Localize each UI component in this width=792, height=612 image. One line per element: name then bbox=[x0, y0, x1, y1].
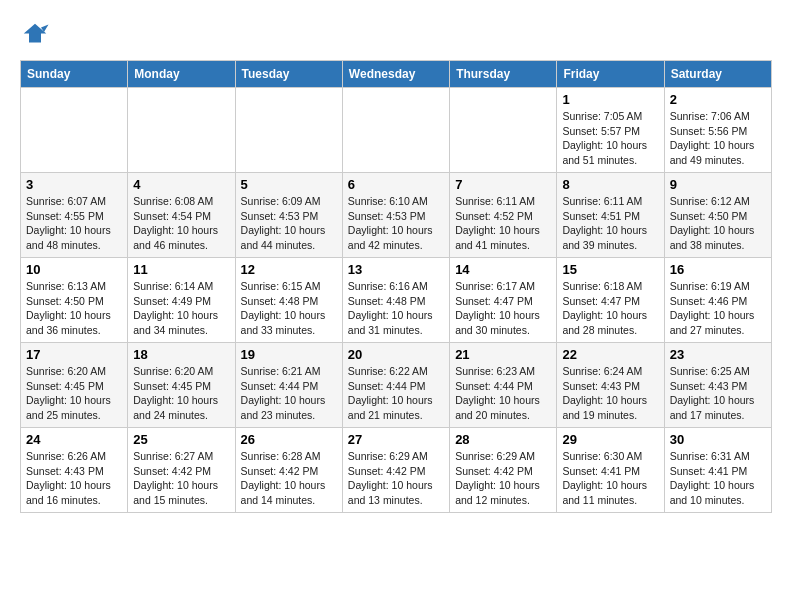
day-info: Sunrise: 6:25 AM Sunset: 4:43 PM Dayligh… bbox=[670, 364, 766, 423]
calendar-cell bbox=[450, 88, 557, 173]
weekday-header: Saturday bbox=[664, 61, 771, 88]
day-info: Sunrise: 6:11 AM Sunset: 4:51 PM Dayligh… bbox=[562, 194, 658, 253]
day-info: Sunrise: 6:10 AM Sunset: 4:53 PM Dayligh… bbox=[348, 194, 444, 253]
weekday-header: Friday bbox=[557, 61, 664, 88]
calendar-header-row: SundayMondayTuesdayWednesdayThursdayFrid… bbox=[21, 61, 772, 88]
calendar-cell: 6Sunrise: 6:10 AM Sunset: 4:53 PM Daylig… bbox=[342, 173, 449, 258]
calendar-cell: 10Sunrise: 6:13 AM Sunset: 4:50 PM Dayli… bbox=[21, 258, 128, 343]
day-info: Sunrise: 6:31 AM Sunset: 4:41 PM Dayligh… bbox=[670, 449, 766, 508]
day-info: Sunrise: 6:29 AM Sunset: 4:42 PM Dayligh… bbox=[455, 449, 551, 508]
day-number: 9 bbox=[670, 177, 766, 192]
calendar-cell: 15Sunrise: 6:18 AM Sunset: 4:47 PM Dayli… bbox=[557, 258, 664, 343]
day-number: 13 bbox=[348, 262, 444, 277]
calendar-cell: 16Sunrise: 6:19 AM Sunset: 4:46 PM Dayli… bbox=[664, 258, 771, 343]
day-info: Sunrise: 6:22 AM Sunset: 4:44 PM Dayligh… bbox=[348, 364, 444, 423]
calendar-cell: 24Sunrise: 6:26 AM Sunset: 4:43 PM Dayli… bbox=[21, 428, 128, 513]
day-info: Sunrise: 7:05 AM Sunset: 5:57 PM Dayligh… bbox=[562, 109, 658, 168]
calendar-cell: 22Sunrise: 6:24 AM Sunset: 4:43 PM Dayli… bbox=[557, 343, 664, 428]
calendar-cell: 25Sunrise: 6:27 AM Sunset: 4:42 PM Dayli… bbox=[128, 428, 235, 513]
day-info: Sunrise: 6:15 AM Sunset: 4:48 PM Dayligh… bbox=[241, 279, 337, 338]
day-info: Sunrise: 6:24 AM Sunset: 4:43 PM Dayligh… bbox=[562, 364, 658, 423]
day-info: Sunrise: 6:27 AM Sunset: 4:42 PM Dayligh… bbox=[133, 449, 229, 508]
calendar-cell: 7Sunrise: 6:11 AM Sunset: 4:52 PM Daylig… bbox=[450, 173, 557, 258]
day-info: Sunrise: 6:20 AM Sunset: 4:45 PM Dayligh… bbox=[133, 364, 229, 423]
weekday-header: Wednesday bbox=[342, 61, 449, 88]
day-number: 27 bbox=[348, 432, 444, 447]
day-info: Sunrise: 6:23 AM Sunset: 4:44 PM Dayligh… bbox=[455, 364, 551, 423]
day-number: 2 bbox=[670, 92, 766, 107]
calendar-cell: 17Sunrise: 6:20 AM Sunset: 4:45 PM Dayli… bbox=[21, 343, 128, 428]
calendar-cell bbox=[21, 88, 128, 173]
day-number: 21 bbox=[455, 347, 551, 362]
logo bbox=[20, 20, 54, 50]
calendar-cell: 5Sunrise: 6:09 AM Sunset: 4:53 PM Daylig… bbox=[235, 173, 342, 258]
day-info: Sunrise: 6:28 AM Sunset: 4:42 PM Dayligh… bbox=[241, 449, 337, 508]
calendar-cell: 14Sunrise: 6:17 AM Sunset: 4:47 PM Dayli… bbox=[450, 258, 557, 343]
day-info: Sunrise: 6:13 AM Sunset: 4:50 PM Dayligh… bbox=[26, 279, 122, 338]
calendar-week-row: 3Sunrise: 6:07 AM Sunset: 4:55 PM Daylig… bbox=[21, 173, 772, 258]
logo-icon bbox=[20, 20, 50, 50]
calendar-cell: 18Sunrise: 6:20 AM Sunset: 4:45 PM Dayli… bbox=[128, 343, 235, 428]
page-header bbox=[20, 20, 772, 50]
calendar-cell: 19Sunrise: 6:21 AM Sunset: 4:44 PM Dayli… bbox=[235, 343, 342, 428]
calendar-week-row: 10Sunrise: 6:13 AM Sunset: 4:50 PM Dayli… bbox=[21, 258, 772, 343]
calendar-cell bbox=[128, 88, 235, 173]
calendar-cell bbox=[235, 88, 342, 173]
day-info: Sunrise: 6:11 AM Sunset: 4:52 PM Dayligh… bbox=[455, 194, 551, 253]
day-number: 1 bbox=[562, 92, 658, 107]
day-number: 11 bbox=[133, 262, 229, 277]
day-info: Sunrise: 6:19 AM Sunset: 4:46 PM Dayligh… bbox=[670, 279, 766, 338]
calendar-cell: 26Sunrise: 6:28 AM Sunset: 4:42 PM Dayli… bbox=[235, 428, 342, 513]
calendar-cell: 30Sunrise: 6:31 AM Sunset: 4:41 PM Dayli… bbox=[664, 428, 771, 513]
calendar-cell: 21Sunrise: 6:23 AM Sunset: 4:44 PM Dayli… bbox=[450, 343, 557, 428]
day-number: 3 bbox=[26, 177, 122, 192]
day-number: 14 bbox=[455, 262, 551, 277]
day-info: Sunrise: 6:21 AM Sunset: 4:44 PM Dayligh… bbox=[241, 364, 337, 423]
weekday-header: Thursday bbox=[450, 61, 557, 88]
day-number: 26 bbox=[241, 432, 337, 447]
weekday-header: Sunday bbox=[21, 61, 128, 88]
day-info: Sunrise: 6:12 AM Sunset: 4:50 PM Dayligh… bbox=[670, 194, 766, 253]
calendar-cell: 11Sunrise: 6:14 AM Sunset: 4:49 PM Dayli… bbox=[128, 258, 235, 343]
day-info: Sunrise: 6:08 AM Sunset: 4:54 PM Dayligh… bbox=[133, 194, 229, 253]
calendar-cell: 12Sunrise: 6:15 AM Sunset: 4:48 PM Dayli… bbox=[235, 258, 342, 343]
weekday-header: Monday bbox=[128, 61, 235, 88]
day-number: 30 bbox=[670, 432, 766, 447]
calendar-cell: 2Sunrise: 7:06 AM Sunset: 5:56 PM Daylig… bbox=[664, 88, 771, 173]
day-info: Sunrise: 6:09 AM Sunset: 4:53 PM Dayligh… bbox=[241, 194, 337, 253]
day-number: 10 bbox=[26, 262, 122, 277]
day-number: 8 bbox=[562, 177, 658, 192]
calendar-cell: 9Sunrise: 6:12 AM Sunset: 4:50 PM Daylig… bbox=[664, 173, 771, 258]
calendar-cell: 23Sunrise: 6:25 AM Sunset: 4:43 PM Dayli… bbox=[664, 343, 771, 428]
day-number: 18 bbox=[133, 347, 229, 362]
day-number: 12 bbox=[241, 262, 337, 277]
day-number: 7 bbox=[455, 177, 551, 192]
day-info: Sunrise: 6:30 AM Sunset: 4:41 PM Dayligh… bbox=[562, 449, 658, 508]
calendar-cell: 28Sunrise: 6:29 AM Sunset: 4:42 PM Dayli… bbox=[450, 428, 557, 513]
day-number: 5 bbox=[241, 177, 337, 192]
day-number: 19 bbox=[241, 347, 337, 362]
day-info: Sunrise: 7:06 AM Sunset: 5:56 PM Dayligh… bbox=[670, 109, 766, 168]
calendar-week-row: 1Sunrise: 7:05 AM Sunset: 5:57 PM Daylig… bbox=[21, 88, 772, 173]
day-number: 16 bbox=[670, 262, 766, 277]
day-number: 24 bbox=[26, 432, 122, 447]
calendar-cell bbox=[342, 88, 449, 173]
day-number: 23 bbox=[670, 347, 766, 362]
svg-marker-0 bbox=[24, 24, 47, 43]
calendar-cell: 27Sunrise: 6:29 AM Sunset: 4:42 PM Dayli… bbox=[342, 428, 449, 513]
day-number: 25 bbox=[133, 432, 229, 447]
day-number: 15 bbox=[562, 262, 658, 277]
weekday-header: Tuesday bbox=[235, 61, 342, 88]
day-info: Sunrise: 6:16 AM Sunset: 4:48 PM Dayligh… bbox=[348, 279, 444, 338]
day-info: Sunrise: 6:17 AM Sunset: 4:47 PM Dayligh… bbox=[455, 279, 551, 338]
calendar-cell: 13Sunrise: 6:16 AM Sunset: 4:48 PM Dayli… bbox=[342, 258, 449, 343]
day-number: 29 bbox=[562, 432, 658, 447]
calendar-week-row: 17Sunrise: 6:20 AM Sunset: 4:45 PM Dayli… bbox=[21, 343, 772, 428]
calendar-cell: 4Sunrise: 6:08 AM Sunset: 4:54 PM Daylig… bbox=[128, 173, 235, 258]
day-info: Sunrise: 6:18 AM Sunset: 4:47 PM Dayligh… bbox=[562, 279, 658, 338]
day-number: 20 bbox=[348, 347, 444, 362]
day-number: 17 bbox=[26, 347, 122, 362]
day-info: Sunrise: 6:20 AM Sunset: 4:45 PM Dayligh… bbox=[26, 364, 122, 423]
calendar-cell: 8Sunrise: 6:11 AM Sunset: 4:51 PM Daylig… bbox=[557, 173, 664, 258]
day-info: Sunrise: 6:14 AM Sunset: 4:49 PM Dayligh… bbox=[133, 279, 229, 338]
